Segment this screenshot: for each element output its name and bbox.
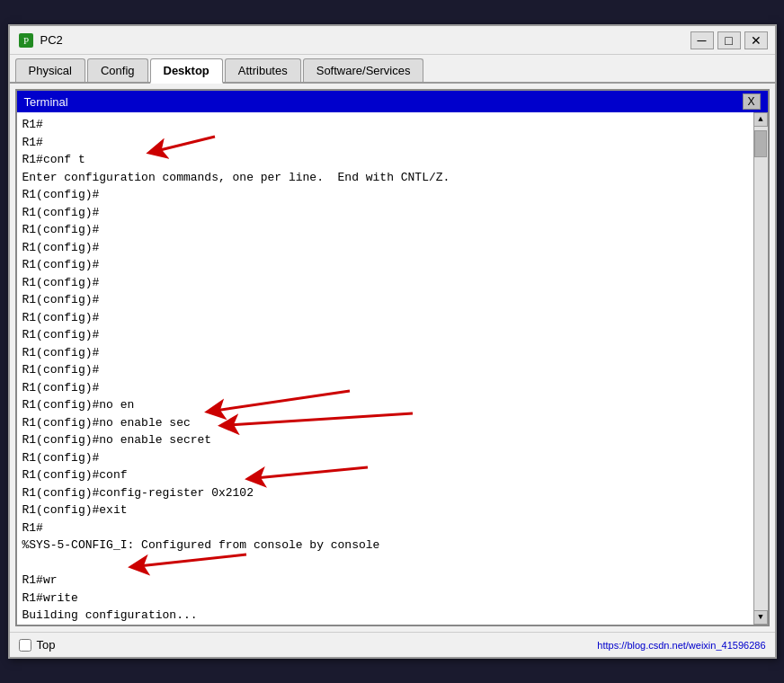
main-window: P PC2 ─ □ ✕ Physical Config Desktop Attr… [8,24,777,659]
terminal-title: Terminal [24,95,68,109]
terminal-scrollbar[interactable]: ▲ ▼ [753,112,768,625]
tab-physical[interactable]: Physical [15,58,85,82]
terminal-header: Terminal X [17,91,768,112]
tab-config[interactable]: Config [87,58,148,82]
main-content: Terminal X R1# R1# R1#conf t Enter confi… [10,84,775,632]
scrollbar-up-button[interactable]: ▲ [753,112,768,127]
terminal-content: R1# R1# R1#conf t Enter configuration co… [22,116,748,625]
terminal-close-button[interactable]: X [743,93,761,110]
minimize-button[interactable]: ─ [690,31,714,49]
window-controls: ─ □ ✕ [690,31,768,49]
top-checkbox-label[interactable]: Top [19,638,56,652]
close-button[interactable]: ✕ [744,31,768,49]
maximize-button[interactable]: □ [717,31,741,49]
top-label: Top [37,638,56,652]
scrollbar-thumb[interactable] [754,130,767,157]
tab-desktop[interactable]: Desktop [150,58,223,84]
app-icon: P [17,31,35,49]
window-title: PC2 [40,33,690,47]
scrollbar-down-button[interactable]: ▼ [753,610,768,625]
terminal-body[interactable]: R1# R1# R1#conf t Enter configuration co… [17,112,753,625]
tabs-bar: Physical Config Desktop Attributes Softw… [10,55,775,84]
terminal-container: Terminal X R1# R1# R1#conf t Enter confi… [15,89,770,626]
svg-text:P: P [22,35,28,46]
bottom-bar: Top https://blog.csdn.net/weixin_4159628… [10,632,775,657]
terminal-body-wrapper: R1# R1# R1#conf t Enter configuration co… [17,112,768,625]
top-checkbox[interactable] [19,639,31,652]
tab-attributes[interactable]: Attributes [225,58,301,82]
title-bar: P PC2 ─ □ ✕ [10,26,775,55]
tab-software-services[interactable]: Software/Services [303,58,424,82]
url-text: https://blog.csdn.net/weixin_41596286 [597,640,765,651]
